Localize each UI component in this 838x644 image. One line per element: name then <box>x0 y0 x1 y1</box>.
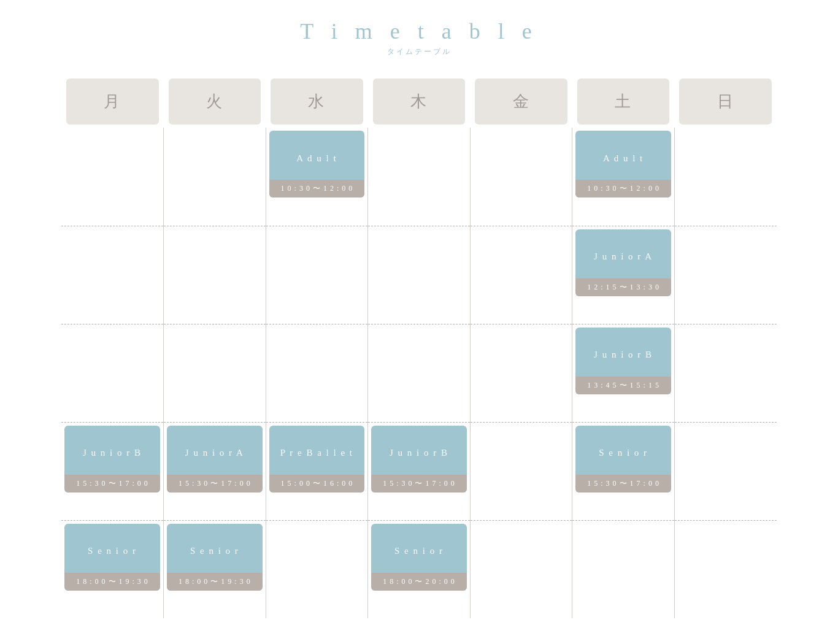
cell-r5-sun <box>674 520 777 618</box>
day-header-fri: 金 <box>470 75 572 128</box>
timetable: 月 火 水 木 金 土 日 A d u l t 1 0 : 3 0 〜 1 2 … <box>61 75 777 618</box>
class-card-senior-mon: S e n i o r 1 8 : 0 0 〜 1 9 : 3 0 <box>64 524 160 591</box>
cell-r5-wed <box>266 520 368 618</box>
cell-r1-sat: A d u l t 1 0 : 3 0 〜 1 2 : 0 0 <box>572 128 675 226</box>
day-header-wed: 水 <box>266 75 368 128</box>
day-header-row: 月 火 水 木 金 土 日 <box>61 75 777 128</box>
day-header-tue: 火 <box>164 75 266 128</box>
cell-r2-sun <box>674 226 777 324</box>
class-name-senior-sat: S e n i o r <box>575 426 671 475</box>
class-time-adult-wed: 1 0 : 3 0 〜 1 2 : 0 0 <box>269 180 365 197</box>
cell-r4-thu: J u n i o r B 1 5 : 3 0 〜 1 7 : 0 0 <box>368 422 471 520</box>
cell-r4-mon: J u n i o r B 1 5 : 3 0 〜 1 7 : 0 0 <box>61 422 164 520</box>
page-title: T i m e t a b l e <box>61 18 777 44</box>
timetable-row-4: J u n i o r B 1 5 : 3 0 〜 1 7 : 0 0 J u … <box>61 422 777 520</box>
class-card-senior-sat: S e n i o r 1 5 : 3 0 〜 1 7 : 0 0 <box>575 426 671 493</box>
class-card-senior-tue: S e n i o r 1 8 : 0 0 〜 1 9 : 3 0 <box>167 524 263 591</box>
cell-r5-thu: S e n i o r 1 8 : 0 0 〜 2 0 : 0 0 <box>368 520 471 618</box>
class-card-senior-thu: S e n i o r 1 8 : 0 0 〜 2 0 : 0 0 <box>371 524 467 591</box>
cell-r2-fri <box>470 226 572 324</box>
cell-r2-sat: J u n i o r A 1 2 : 1 5 〜 1 3 : 3 0 <box>572 226 675 324</box>
cell-r2-tue <box>164 226 266 324</box>
cell-r3-wed <box>266 324 368 422</box>
class-time-juniora-tue: 1 5 : 3 0 〜 1 7 : 0 0 <box>167 475 263 493</box>
class-card-juniorb-sat: J u n i o r B 1 3 : 4 5 〜 1 5 : 1 5 <box>575 328 671 394</box>
class-time-senior-thu: 1 8 : 0 0 〜 2 0 : 0 0 <box>371 573 467 591</box>
timetable-row-2: J u n i o r A 1 2 : 1 5 〜 1 3 : 3 0 <box>61 226 777 324</box>
class-card-juniora-sat: J u n i o r A 1 2 : 1 5 〜 1 3 : 3 0 <box>575 229 671 296</box>
cell-r4-tue: J u n i o r A 1 5 : 3 0 〜 1 7 : 0 0 <box>164 422 266 520</box>
cell-r3-mon <box>61 324 164 422</box>
class-time-juniorb-mon: 1 5 : 3 0 〜 1 7 : 0 0 <box>64 475 160 493</box>
cell-r4-sun <box>674 422 777 520</box>
class-time-senior-sat: 1 5 : 3 0 〜 1 7 : 0 0 <box>575 475 671 493</box>
class-name-juniora-sat: J u n i o r A <box>575 229 671 278</box>
cell-r3-tue <box>164 324 266 422</box>
cell-r5-fri <box>470 520 572 618</box>
cell-r4-fri <box>470 422 572 520</box>
class-card-juniorb-thu: J u n i o r B 1 5 : 3 0 〜 1 7 : 0 0 <box>371 426 467 493</box>
class-name-juniorb-mon: J u n i o r B <box>64 426 160 475</box>
cell-r5-mon: S e n i o r 1 8 : 0 0 〜 1 9 : 3 0 <box>61 520 164 618</box>
cell-r1-tue <box>164 128 266 226</box>
cell-r1-thu <box>368 128 471 226</box>
cell-r1-fri <box>470 128 572 226</box>
day-header-thu: 木 <box>368 75 471 128</box>
cell-r5-tue: S e n i o r 1 8 : 0 0 〜 1 9 : 3 0 <box>164 520 266 618</box>
class-time-adult-sat: 1 0 : 3 0 〜 1 2 : 0 0 <box>575 180 671 197</box>
day-header-sun: 日 <box>674 75 777 128</box>
cell-r1-wed: A d u l t 1 0 : 3 0 〜 1 2 : 0 0 <box>266 128 368 226</box>
class-time-preballet-wed: 1 5 : 0 0 〜 1 6 : 0 0 <box>269 475 365 493</box>
cell-r1-mon <box>61 128 164 226</box>
day-header-mon: 月 <box>61 75 164 128</box>
day-header-sat: 土 <box>572 75 675 128</box>
cell-r5-sat <box>572 520 675 618</box>
cell-r4-wed: P r e B a l l e t 1 5 : 0 0 〜 1 6 : 0 0 <box>266 422 368 520</box>
header: T i m e t a b l e タイムテーブル <box>61 18 777 57</box>
cell-r3-sat: J u n i o r B 1 3 : 4 5 〜 1 5 : 1 5 <box>572 324 675 422</box>
cell-r3-fri <box>470 324 572 422</box>
cell-r2-thu <box>368 226 471 324</box>
timetable-row-3: J u n i o r B 1 3 : 4 5 〜 1 5 : 1 5 <box>61 324 777 422</box>
cell-r3-sun <box>674 324 777 422</box>
class-time-juniorb-sat: 1 3 : 4 5 〜 1 5 : 1 5 <box>575 377 671 394</box>
class-time-juniorb-thu: 1 5 : 3 0 〜 1 7 : 0 0 <box>371 475 467 493</box>
cell-r3-thu <box>368 324 471 422</box>
class-name-senior-mon: S e n i o r <box>64 524 160 573</box>
class-name-senior-tue: S e n i o r <box>167 524 263 573</box>
timetable-row-1: A d u l t 1 0 : 3 0 〜 1 2 : 0 0 A d u l … <box>61 128 777 226</box>
class-time-senior-tue: 1 8 : 0 0 〜 1 9 : 3 0 <box>167 573 263 591</box>
page-subtitle: タイムテーブル <box>61 47 777 57</box>
cell-r4-sat: S e n i o r 1 5 : 3 0 〜 1 7 : 0 0 <box>572 422 675 520</box>
class-name-adult-sat: A d u l t <box>575 131 671 180</box>
class-card-adult-wed: A d u l t 1 0 : 3 0 〜 1 2 : 0 0 <box>269 131 365 197</box>
class-name-juniorb-sat: J u n i o r B <box>575 328 671 377</box>
class-name-adult-wed: A d u l t <box>269 131 365 180</box>
page-container: T i m e t a b l e タイムテーブル 月 火 水 木 金 土 日 <box>0 0 838 637</box>
class-time-senior-mon: 1 8 : 0 0 〜 1 9 : 3 0 <box>64 573 160 591</box>
cell-r2-mon <box>61 226 164 324</box>
cell-r2-wed <box>266 226 368 324</box>
class-card-preballet-wed: P r e B a l l e t 1 5 : 0 0 〜 1 6 : 0 0 <box>269 426 365 493</box>
class-card-adult-sat: A d u l t 1 0 : 3 0 〜 1 2 : 0 0 <box>575 131 671 197</box>
class-card-juniora-tue: J u n i o r A 1 5 : 3 0 〜 1 7 : 0 0 <box>167 426 263 493</box>
cell-r1-sun <box>674 128 777 226</box>
class-name-preballet-wed: P r e B a l l e t <box>269 426 365 475</box>
class-name-juniorb-thu: J u n i o r B <box>371 426 467 475</box>
class-name-senior-thu: S e n i o r <box>371 524 467 573</box>
timetable-row-5: S e n i o r 1 8 : 0 0 〜 1 9 : 3 0 S e n … <box>61 520 777 618</box>
class-time-juniora-sat: 1 2 : 1 5 〜 1 3 : 3 0 <box>575 278 671 296</box>
class-name-juniora-tue: J u n i o r A <box>167 426 263 475</box>
class-card-juniorb-mon: J u n i o r B 1 5 : 3 0 〜 1 7 : 0 0 <box>64 426 160 493</box>
